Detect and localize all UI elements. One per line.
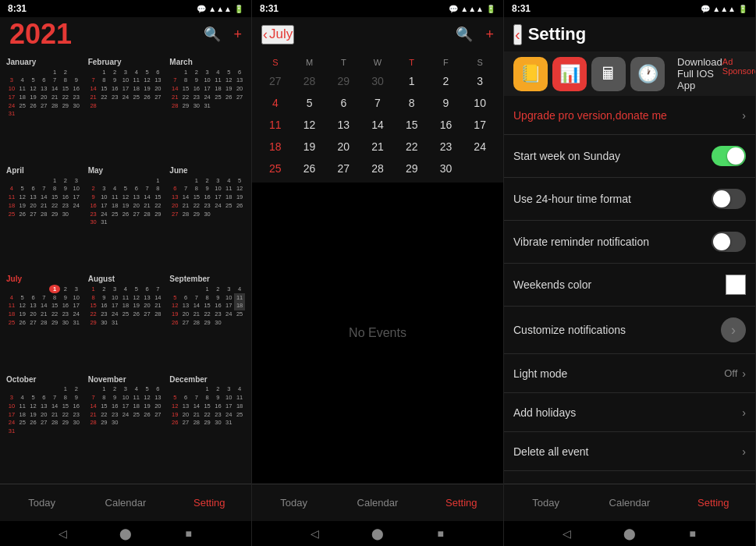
setting-add-holidays-row[interactable]: Add holidays › [504, 393, 755, 432]
back-nav-1[interactable]: ◁ [55, 526, 69, 541]
cal-day[interactable]: 24 [463, 136, 497, 158]
setting-customize-notif-row[interactable]: Customize notifications › [504, 307, 755, 354]
square-nav-3[interactable]: ■ [686, 526, 700, 541]
setting-vibrate-row[interactable]: Vibrate reminder notification [504, 221, 755, 264]
cal-day[interactable]: 21 [360, 136, 395, 158]
month-march: March 123456 78910111213 14151617181920 … [166, 55, 248, 163]
cal-day[interactable]: 27 [258, 70, 293, 92]
setting-delete-all-row[interactable]: Delete all event › [504, 432, 755, 471]
signal-icon: ▲▲▲ [208, 5, 232, 13]
search-button-1[interactable]: 🔍 [204, 26, 221, 43]
setting-weekends-color-row[interactable]: Weekends color [504, 264, 755, 307]
cal-day[interactable]: 16 [429, 114, 463, 136]
back-button-3[interactable]: ‹ [513, 24, 522, 45]
cal-day[interactable]: 30 [429, 158, 463, 179]
setting-24hour-label: Use 24-hour time format [513, 193, 712, 205]
nav-calendar-1[interactable]: Calendar [83, 484, 167, 521]
cal-day-today[interactable]: 1 [395, 70, 429, 92]
cal-day[interactable]: 30 [360, 70, 395, 92]
cal-day[interactable]: 2 [429, 70, 463, 92]
cal-day[interactable]: 9 [429, 92, 463, 114]
toggle-thumb [727, 147, 744, 165]
cal-day[interactable]: 15 [395, 114, 429, 136]
toggle-thumb [713, 190, 730, 207]
start-week-toggle[interactable] [712, 146, 746, 166]
no-events-label: No Events [252, 183, 503, 484]
vibrate-toggle[interactable] [712, 232, 746, 252]
cal-day[interactable]: 19 [293, 136, 327, 158]
month-view-panel: 8:31 💬 ▲▲▲ 🔋 ‹ July 🔍 + S M T [252, 0, 504, 546]
mini-cal-january: 12 3456789 10111213141516 17181920212223… [6, 68, 82, 119]
nav-today-2[interactable]: Today [252, 484, 335, 521]
nav-calendar-2[interactable]: Calendar [335, 484, 419, 521]
time-1: 8:31 [8, 3, 27, 14]
setting-upgrade-row[interactable]: Upgrade pro version,donate me › [504, 96, 755, 135]
setting-customize-notif-label: Customize notifications [513, 324, 721, 336]
cal-day[interactable]: 8 [395, 92, 429, 114]
cal-day[interactable]: 20 [326, 136, 360, 158]
back-button-2[interactable]: ‹ July [261, 25, 294, 44]
square-nav-2[interactable]: ■ [434, 526, 448, 541]
ad-main: 📒 📊 🖩 🕐 Download Full IOS App [513, 56, 722, 91]
search-button-2[interactable]: 🔍 [456, 26, 473, 43]
cal-day[interactable]: 4 [258, 92, 293, 114]
setting-24hour-row[interactable]: Use 24-hour time format [504, 178, 755, 221]
cal-day[interactable]: 7 [360, 92, 395, 114]
battery-icon-3: 🔋 [738, 5, 747, 13]
month-november: November 123456 78910111213 141516171819… [85, 372, 167, 480]
cal-day[interactable]: 6 [326, 92, 360, 114]
weekends-color-swatch[interactable] [726, 275, 746, 295]
nav-today-1[interactable]: Today [0, 484, 83, 521]
cal-day[interactable]: 14 [360, 114, 395, 136]
cal-day[interactable]: 3 [463, 70, 497, 92]
notif-circle-icon: › [721, 317, 746, 342]
setting-row-right: › [721, 317, 746, 342]
setting-start-week-row[interactable]: Start week on Sunday [504, 135, 755, 178]
cal-day[interactable]: 18 [258, 136, 293, 158]
back-nav-3[interactable]: ◁ [559, 526, 573, 541]
month-december: December 1234 567891011 12131415161718 1… [166, 372, 248, 480]
setting-light-mode-row[interactable]: Light mode Off › [504, 354, 755, 393]
nav-setting-2[interactable]: Setting [420, 484, 503, 521]
cal-day[interactable]: 22 [395, 136, 429, 158]
setting-upgrade-label: Upgrade pro version,donate me [513, 109, 742, 122]
cal-day[interactable]: 10 [463, 92, 497, 114]
cal-day[interactable]: 23 [429, 136, 463, 158]
cal-day[interactable]: 26 [293, 158, 327, 179]
setting-header: ‹ Setting [504, 17, 755, 51]
cal-day[interactable]: 27 [326, 158, 360, 179]
cal-day[interactable]: 5 [293, 92, 327, 114]
cal-day[interactable]: 28 [360, 158, 395, 179]
cal-day[interactable]: 13 [326, 114, 360, 136]
cal-day[interactable]: 11 [258, 114, 293, 136]
ad-banner[interactable]: 📒 📊 🖩 🕐 Download Full IOS App Ad Sponsor… [504, 51, 755, 96]
nav-today-3[interactable]: Today [504, 484, 587, 521]
year-toolbar: 🔍 + [204, 26, 242, 43]
home-nav-3[interactable]: ⬤ [623, 526, 637, 541]
cal-day[interactable]: 17 [463, 114, 497, 136]
cal-day[interactable]: 29 [326, 70, 360, 92]
add-button-2[interactable]: + [485, 27, 494, 43]
nav-setting-1[interactable]: Setting [168, 484, 251, 521]
status-bar-2: 8:31 💬 ▲▲▲ 🔋 [252, 0, 503, 17]
mini-cal-september: 1234 567891011 12131415161718 1920212223… [169, 285, 245, 327]
cal-day[interactable]: 12 [293, 114, 327, 136]
square-nav-1[interactable]: ■ [182, 526, 196, 541]
setting-rate-row[interactable]: Rate 5 ★★★★★ › [504, 471, 755, 484]
signal-icon-3: ▲▲▲ [712, 5, 736, 13]
year-top-bar: 2021 🔍 + [0, 17, 251, 51]
cal-day[interactable]: 28 [293, 70, 327, 92]
home-nav-2[interactable]: ⬤ [371, 526, 385, 541]
back-nav-2[interactable]: ◁ [307, 526, 321, 541]
ad-right: Ad Sponsored › [722, 57, 756, 91]
cal-day[interactable]: 25 [258, 158, 293, 179]
cal-day[interactable]: 29 [395, 158, 429, 179]
nav-calendar-3[interactable]: Calendar [587, 484, 671, 521]
nav-setting-3[interactable]: Setting [672, 484, 755, 521]
add-button-1[interactable]: + [233, 27, 242, 43]
24hour-toggle[interactable] [712, 189, 746, 209]
home-nav-1[interactable]: ⬤ [119, 526, 133, 541]
mini-cal-february: 123456 78910111213 14151617181920 212223… [88, 68, 164, 110]
bottom-nav-3: Today Calendar Setting [504, 484, 755, 521]
month-title: July [269, 27, 293, 42]
